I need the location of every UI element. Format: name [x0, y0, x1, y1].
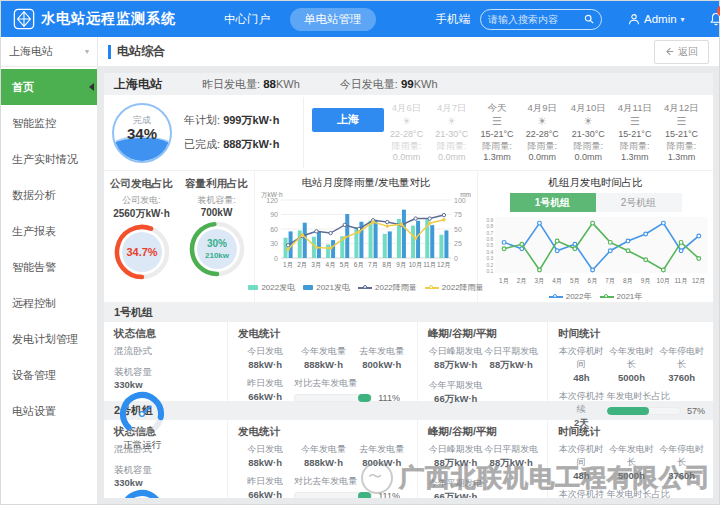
sidebar-item-2[interactable]: 生产实时情况	[1, 141, 97, 177]
city-button[interactable]: 上海	[312, 108, 384, 132]
weather-day-5: 4月11日☰15-21°C降雨量:1.3mm	[618, 102, 652, 163]
svg-text:3月: 3月	[311, 261, 321, 269]
combo-bar-line-chart: 00302560509075120100万kW·hmm1月2月3月4月5月6月7…	[259, 190, 473, 284]
user-menu[interactable]: Admin ▾	[628, 13, 685, 25]
svg-text:3月: 3月	[534, 277, 544, 285]
svg-text:6月: 6月	[354, 261, 364, 269]
legend-item[interactable]: 2022发电	[248, 282, 295, 293]
sidebar-item-6[interactable]: 远程控制	[1, 285, 97, 321]
lastyear-gen: 去年发电量800kW·h	[355, 443, 409, 468]
rain-value: 1.3mm	[618, 152, 652, 163]
stat-value: 888kW·h	[292, 359, 354, 370]
unit-sections: 1号机组状态信息混流卧式装机容量330kw87%正常运行发电统计今日发电88kW…	[104, 303, 713, 498]
unit-section-header-1: 1号机组	[104, 303, 713, 322]
gauge-wave	[112, 138, 172, 162]
capacity: 装机容量330kw	[114, 464, 166, 488]
stat-value: 66kW·h	[238, 391, 292, 402]
stat-label: 昨日发电	[238, 377, 292, 390]
stat-value: 88kW·h	[238, 359, 292, 370]
legend-item[interactable]: 2022降雨量	[425, 282, 484, 293]
status-info: 混流卧式装机容量330kw	[114, 345, 166, 390]
stat-value: 5000h	[605, 470, 659, 481]
topnav-item-1[interactable]: 单电站管理	[290, 8, 376, 31]
zone-heading: 时间统计	[558, 425, 705, 439]
stat-label: 今日平期发电	[484, 443, 540, 456]
back-button[interactable]: 返回	[654, 40, 709, 64]
rain-label: 降雨量:	[618, 141, 652, 152]
search-box[interactable]	[480, 9, 602, 30]
gen-grid: 今日发电88kW·h今年发电量888kW·h去年发电量800kW·h昨日发电66…	[238, 345, 409, 403]
notifications-button[interactable]: 50	[709, 12, 720, 26]
chart-title: 机组月发电时间占比	[548, 176, 643, 190]
zone-heading: 发电统计	[238, 425, 409, 439]
legend-item[interactable]: 2022降雨量	[358, 282, 417, 293]
tab-unit-2[interactable]: 2号机组	[596, 193, 682, 212]
gauge-sub-value: 2560万kW·h	[104, 207, 179, 221]
weather-temp: 15-21°C	[618, 129, 652, 140]
lastyear-gen: 去年发电量800kW·h	[355, 345, 409, 370]
period-stat-2: 今年平期发电66万kW·h	[428, 379, 484, 406]
weather-day-1: 4月7日☀21-30°C降雨量:0.0mm	[435, 102, 468, 163]
top-navbar: 水电站远程监测系统 中心门户单电站管理 手机端 Admin ▾ 50	[1, 1, 719, 37]
rain-value: 0.0mm	[435, 152, 468, 163]
sidebar-item-5[interactable]: 智能告警	[1, 249, 97, 285]
search-icon[interactable]	[584, 14, 594, 24]
svg-text:0.6: 0.6	[486, 237, 493, 242]
sidebar-item-3[interactable]: 数据分析	[1, 177, 97, 213]
stat-label: 今年发电时长	[605, 345, 659, 371]
ratio-gauges-panel: 公司发电占比公司发电:2560万kW·h34.7%容量利用占比装机容量:700k…	[104, 171, 254, 302]
svg-text:210kw: 210kw	[204, 251, 229, 260]
svg-text:7月: 7月	[605, 277, 615, 285]
stat-value: 88kW·h	[238, 457, 292, 468]
search-input[interactable]	[488, 14, 584, 25]
user-icon	[628, 13, 640, 25]
today-generation: 今日发电量: 99KWh	[340, 77, 438, 92]
collapse-arrow-icon[interactable]	[89, 83, 94, 91]
svg-text:50: 50	[454, 226, 462, 233]
time-grid: 本次停机时间48h今年发电时长5000h今年停电时长3760h本次停机持续2天年…	[558, 443, 705, 498]
gauge-sub-label: 公司发电:	[104, 194, 179, 207]
legend-item[interactable]: 2021年	[600, 291, 643, 302]
mobile-link[interactable]: 手机端	[436, 12, 471, 27]
stat-label: 今日发电	[238, 443, 292, 456]
ratio-gauge-0: 公司发电占比公司发电:2560万kW·h34.7%	[104, 177, 179, 302]
svg-text:5月: 5月	[569, 277, 579, 285]
topnav-item-0[interactable]: 中心门户	[210, 8, 284, 31]
station-select-dropdown[interactable]: 上海电站 ▾	[1, 37, 97, 67]
tab-unit-1[interactable]: 1号机组	[510, 193, 596, 212]
sidebar-item-7[interactable]: 发电计划管理	[1, 321, 97, 357]
content-area: 上海电站 昨日发电量: 88KWh 今日发电量: 99KWh	[98, 67, 719, 504]
rain-value: 1.3mm	[480, 152, 513, 163]
gauge-sub-label: 装机容量:	[179, 194, 254, 207]
time-stat-2: 今年停电时长3760h	[658, 443, 705, 481]
svg-text:万kW·h: 万kW·h	[261, 191, 283, 198]
title-accent-bar	[108, 45, 111, 59]
station-select-value: 上海电站	[9, 44, 53, 59]
weather-date: 4月9日	[526, 102, 559, 114]
svg-text:0.8: 0.8	[486, 224, 493, 229]
rain-label: 降雨量:	[526, 141, 559, 152]
page-header: 电站综合 返回	[98, 37, 719, 67]
stat-label: 今年停电时长	[658, 345, 705, 371]
weather-temp: 21-30°C	[571, 129, 606, 140]
stat-value: 88万kW·h	[484, 359, 540, 372]
svg-text:0: 0	[454, 255, 458, 262]
svg-text:25: 25	[454, 240, 462, 247]
compare-lastyear: 对比去年发电量111%	[292, 475, 409, 498]
zone-heading: 状态信息	[114, 327, 219, 341]
legend-item[interactable]: 2021发电	[303, 282, 350, 293]
legend-swatch	[303, 285, 313, 290]
svg-text:9月: 9月	[640, 277, 650, 285]
period-stat-0: 今日峰期发电88万kW·h	[428, 345, 484, 372]
sidebar-item-1[interactable]: 智能监控	[1, 105, 97, 141]
weather-temp: 15-21°C	[480, 129, 513, 140]
stat-value: 5000h	[605, 372, 659, 383]
sidebar-item-0[interactable]: 首页	[1, 69, 97, 105]
stat-value: 66万kW·h	[428, 491, 484, 498]
sidebar-item-4[interactable]: 生产报表	[1, 213, 97, 249]
legend-item[interactable]: 2022年	[549, 291, 592, 302]
sidebar-item-9[interactable]: 电站设置	[1, 393, 97, 429]
turbine-type: 混流卧式	[114, 345, 166, 358]
sidebar-item-8[interactable]: 设备管理	[1, 357, 97, 393]
capacity: 装机容量330kw	[114, 366, 166, 390]
